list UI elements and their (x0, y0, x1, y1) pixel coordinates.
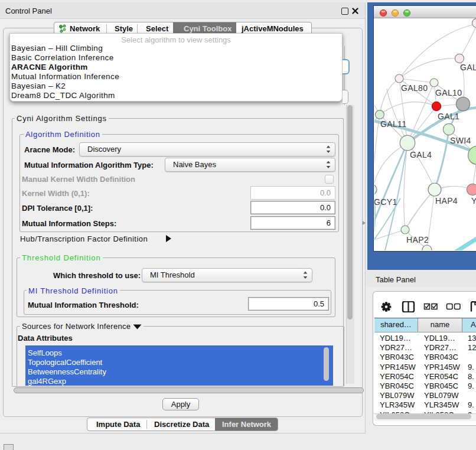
svg-text:HAP4: HAP4 (435, 196, 458, 206)
svg-text:GAL11: GAL11 (380, 119, 406, 129)
svg-text:GCY1: GCY1 (374, 197, 397, 207)
svg-text:GAL1: GAL1 (438, 112, 459, 121)
svg-text:HAP2: HAP2 (406, 235, 429, 244)
svg-text:GAL80: GAL80 (401, 83, 428, 93)
svg-text:GAL4: GAL4 (410, 150, 432, 159)
svg-text:GAL: GAL (460, 63, 476, 72)
svg-text:GAL10: GAL10 (435, 88, 462, 97)
svg-text:SWI4: SWI4 (450, 136, 471, 145)
svg-text:Y: Y (471, 196, 476, 206)
